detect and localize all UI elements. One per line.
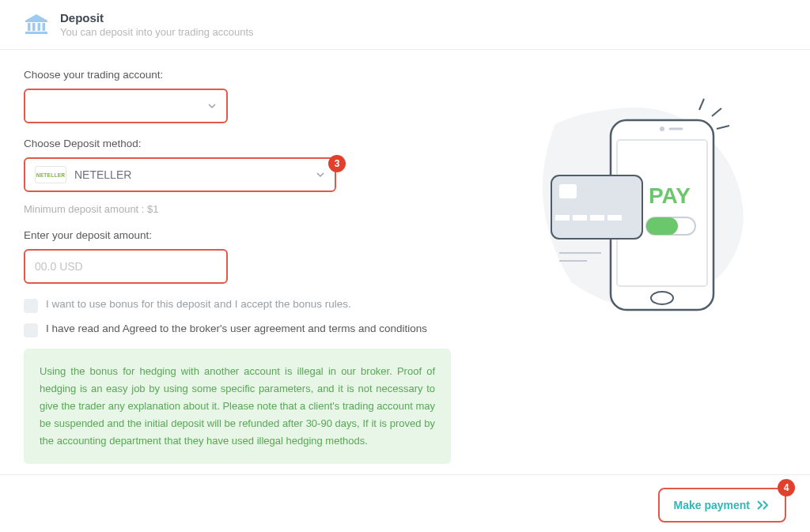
trading-account-select[interactable] <box>24 89 228 123</box>
amount-label: Enter your deposit amount: <box>24 229 451 241</box>
svg-rect-17 <box>573 215 587 221</box>
terms-checkbox-label: I have read and Agreed to the broker's u… <box>46 323 427 334</box>
svg-point-13 <box>651 292 673 304</box>
terms-checkbox[interactable] <box>24 323 38 338</box>
svg-point-11 <box>660 126 664 131</box>
svg-rect-4 <box>43 23 46 31</box>
chevron-down-icon <box>207 101 217 111</box>
make-payment-button[interactable]: Make payment <box>658 488 786 523</box>
method-selected-value: NETELLER <box>74 168 131 181</box>
svg-line-7 <box>712 108 721 116</box>
svg-rect-2 <box>32 23 36 31</box>
page-header: Deposit You can deposit into your tradin… <box>0 0 810 50</box>
svg-rect-1 <box>28 23 31 31</box>
deposit-method-select[interactable]: NETELLER NETELLER <box>24 157 336 192</box>
step-badge-3: 3 <box>328 155 346 172</box>
page-footer: 4 Make payment <box>0 474 810 523</box>
double-chevron-right-icon <box>756 500 770 511</box>
pay-text: PAY <box>649 183 691 208</box>
svg-rect-15 <box>559 184 577 198</box>
svg-marker-0 <box>25 14 47 22</box>
deposit-form: Choose your trading account: Choose Depo… <box>24 69 483 464</box>
make-payment-label: Make payment <box>674 499 750 511</box>
svg-rect-3 <box>38 23 41 31</box>
account-label: Choose your trading account: <box>24 69 451 81</box>
svg-rect-23 <box>646 217 678 235</box>
method-label: Choose Deposit method: <box>24 138 451 149</box>
page-subtitle: You can deposit into your trading accoun… <box>60 26 254 38</box>
neteller-logo-icon: NETELLER <box>35 166 66 183</box>
deposit-amount-input[interactable] <box>35 260 217 273</box>
illustration: PAY <box>483 69 786 464</box>
svg-rect-5 <box>25 32 47 34</box>
bank-icon <box>24 12 49 37</box>
bonus-checkbox-label: I want to use bonus for this deposit and… <box>46 298 351 310</box>
page-title: Deposit <box>60 11 254 25</box>
svg-rect-18 <box>590 215 604 221</box>
svg-rect-16 <box>555 215 570 221</box>
bonus-checkbox[interactable] <box>24 299 38 313</box>
hedging-warning-box: Using the bonus for hedging with another… <box>24 349 451 464</box>
svg-line-6 <box>699 99 704 110</box>
chevron-down-icon <box>316 170 325 179</box>
svg-rect-19 <box>608 215 622 221</box>
step-badge-4: 4 <box>778 479 795 496</box>
svg-line-8 <box>717 126 729 129</box>
min-deposit-hint: Minimum deposit amount : $1 <box>24 203 451 215</box>
